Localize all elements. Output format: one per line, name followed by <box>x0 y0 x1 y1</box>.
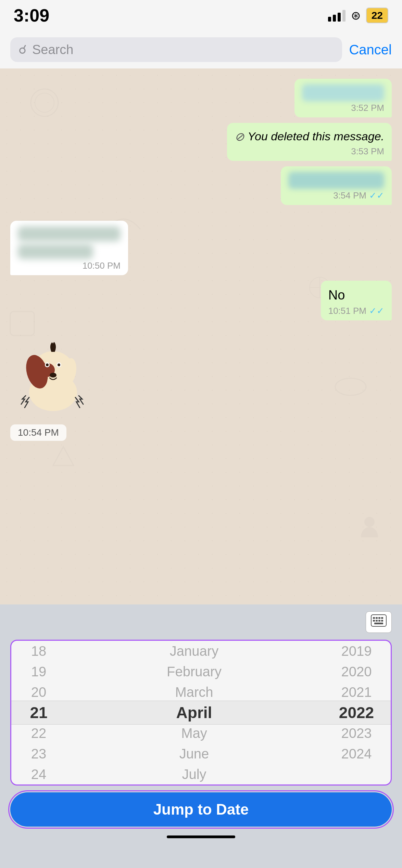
blurred-message-content <box>302 84 384 101</box>
message-time-2: 3:53 PM <box>235 146 384 157</box>
sticker-time: 10:54 PM <box>10 424 66 441</box>
message-bubble-3: 3:54 PM ✓✓ <box>281 166 392 205</box>
search-bar: ☌ Search Cancel <box>0 31 402 68</box>
svg-point-20 <box>58 389 72 399</box>
month-item-march[interactable]: March <box>66 682 322 702</box>
year-item-2023[interactable]: 2023 <box>322 723 391 743</box>
svg-rect-25 <box>381 617 383 619</box>
svg-rect-27 <box>376 620 378 622</box>
search-icon: ☌ <box>18 42 27 57</box>
keyboard-icon <box>371 614 387 627</box>
blurred-left-line2 <box>18 244 93 259</box>
day-item-21-selected[interactable]: 21 <box>11 702 66 723</box>
status-time: 3:09 <box>14 5 49 26</box>
svg-point-18 <box>50 373 56 378</box>
message-time-1: 3:52 PM <box>302 103 384 113</box>
chat-area: 3:52 PM ⊘ You deleted this message. 3:53… <box>0 68 402 609</box>
year-item-2024[interactable]: 2024 <box>322 743 391 764</box>
svg-rect-26 <box>373 620 375 622</box>
sticker-timestamp-wrapper: 10:54 PM <box>10 424 392 441</box>
month-item-february[interactable]: February <box>66 661 322 682</box>
cancel-button[interactable]: Cancel <box>349 42 392 58</box>
dog-sticker <box>10 331 96 420</box>
double-check-icon-2: ✓✓ <box>369 306 384 316</box>
picker-inner: 18 19 20 21 22 23 24 January February Ma… <box>11 641 391 784</box>
home-indicator <box>167 835 235 838</box>
keyboard-icon-row <box>0 604 402 636</box>
jump-to-date-button[interactable]: Jump to Date <box>10 792 392 827</box>
bg-pattern-8 <box>354 513 385 544</box>
svg-rect-28 <box>378 620 380 622</box>
blurred-message-content-2 <box>288 172 384 189</box>
year-picker-column[interactable]: 2019 2020 2021 2022 2023 2024 <box>322 641 391 784</box>
message-time-4: 10:50 PM <box>18 260 121 271</box>
status-bar: 3:09 ⊛ 22 <box>0 0 402 31</box>
svg-point-17 <box>58 363 60 366</box>
month-item-april-selected[interactable]: April <box>66 702 322 723</box>
day-item-22[interactable]: 22 <box>11 723 66 743</box>
jump-button-wrapper: Jump to Date <box>0 786 402 830</box>
svg-rect-29 <box>381 620 383 622</box>
day-item-18[interactable]: 18 <box>11 641 66 661</box>
message-bubble-1: 3:52 PM <box>294 79 392 117</box>
bg-pattern-5 <box>51 445 75 469</box>
year-item-2020[interactable]: 2020 <box>322 661 391 682</box>
svg-rect-24 <box>378 617 380 619</box>
date-picker[interactable]: 18 19 20 21 22 23 24 January February Ma… <box>10 640 392 786</box>
svg-rect-23 <box>376 617 378 619</box>
svg-point-15 <box>46 363 49 366</box>
month-item-january[interactable]: January <box>66 641 322 661</box>
svg-point-19 <box>34 389 48 399</box>
signal-icon <box>328 9 346 22</box>
month-item-june[interactable]: June <box>66 743 322 764</box>
keyboard-toggle-button[interactable] <box>366 611 392 633</box>
message-time-3: 3:54 PM ✓✓ <box>288 190 384 201</box>
svg-rect-30 <box>374 623 383 624</box>
day-item-23[interactable]: 23 <box>11 743 66 764</box>
day-item-24[interactable]: 24 <box>11 764 66 784</box>
message-text-5: No <box>328 288 345 302</box>
search-input[interactable]: Search <box>32 42 73 57</box>
sticker-area: 10:54 PM <box>0 327 402 444</box>
svg-rect-22 <box>373 617 375 619</box>
status-icons: ⊛ 22 <box>328 8 388 23</box>
battery-indicator: 22 <box>366 8 388 23</box>
year-item-2022-selected[interactable]: 2022 <box>322 702 391 723</box>
svg-marker-4 <box>53 447 74 465</box>
month-picker-column[interactable]: January February March April May June Ju… <box>66 641 322 784</box>
message-bubble-5: No 10:51 PM ✓✓ <box>321 281 392 320</box>
year-item-2021[interactable]: 2021 <box>322 682 391 702</box>
forbidden-icon: ⊘ <box>235 130 244 143</box>
year-item-2019[interactable]: 2019 <box>322 641 391 661</box>
month-item-july[interactable]: July <box>66 764 322 784</box>
day-item-20[interactable]: 20 <box>11 682 66 702</box>
month-item-may[interactable]: May <box>66 723 322 743</box>
wifi-icon: ⊛ <box>351 9 361 22</box>
chat-messages: 3:52 PM ⊘ You deleted this message. 3:53… <box>0 68 402 327</box>
day-picker-column[interactable]: 18 19 20 21 22 23 24 <box>11 641 66 784</box>
svg-point-8 <box>364 517 375 527</box>
message-time-5: 10:51 PM ✓✓ <box>328 306 384 316</box>
blurred-left-line1 <box>18 226 121 241</box>
search-input-container[interactable]: ☌ Search <box>10 37 342 62</box>
double-check-icon: ✓✓ <box>369 190 384 201</box>
message-bubble-2: ⊘ You deleted this message. 3:53 PM <box>227 123 392 161</box>
keyboard-area: 18 19 20 21 22 23 24 January February Ma… <box>0 604 402 868</box>
deleted-message: ⊘ You deleted this message. <box>235 128 384 145</box>
message-bubble-4: 10:50 PM <box>10 221 128 275</box>
year-item-2025[interactable] <box>322 764 391 784</box>
day-item-19[interactable]: 19 <box>11 661 66 682</box>
